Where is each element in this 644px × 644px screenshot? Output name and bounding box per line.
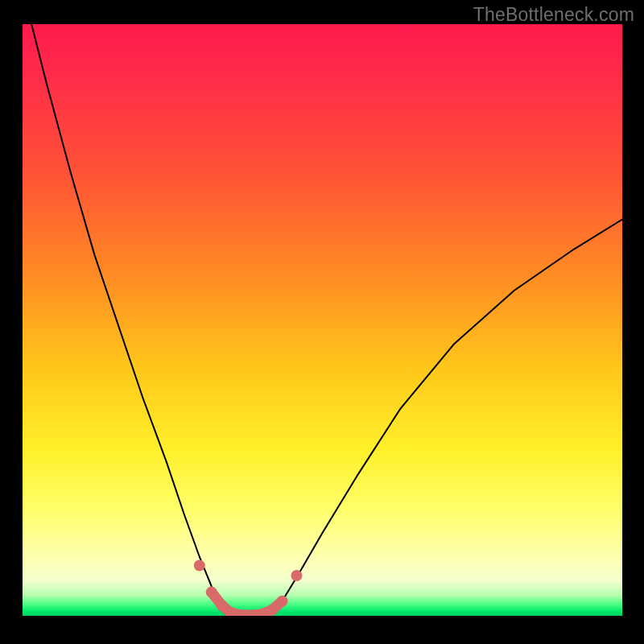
plot-svg-layer: [23, 24, 622, 616]
marker-salmon-markers: [206, 587, 217, 598]
outer-frame: TheBottleneck.com: [0, 0, 644, 644]
series-black-curve-right: [268, 220, 622, 616]
plot-area: [23, 24, 622, 616]
series-black-curve-left: [31, 24, 229, 616]
watermark-text: TheBottleneck.com: [473, 4, 634, 26]
marker-salmon-markers: [291, 570, 302, 581]
marker-salmon-markers: [277, 596, 288, 607]
marker-salmon-markers: [194, 560, 205, 572]
marker-salmon-markers: [266, 605, 278, 616]
